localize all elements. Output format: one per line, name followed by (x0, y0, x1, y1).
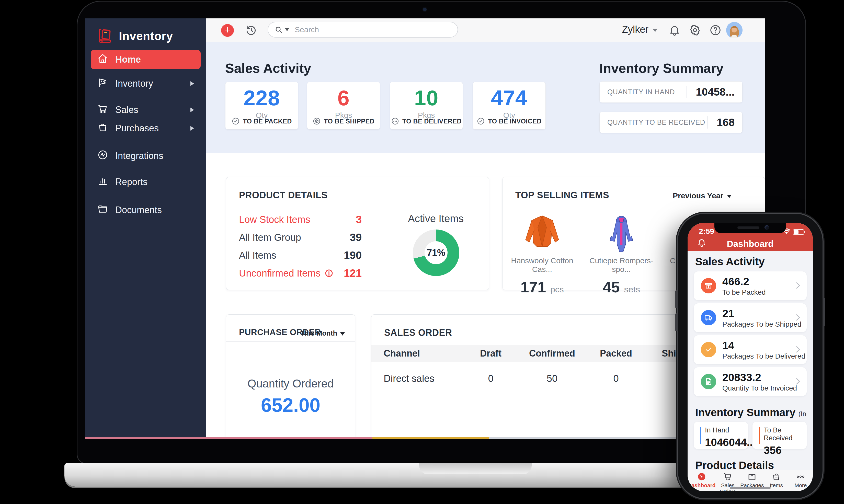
column-header: Confirmed (520, 348, 584, 359)
dashboard-icon (687, 471, 716, 482)
global-search[interactable] (268, 22, 458, 38)
org-name: Zylker (622, 24, 648, 35)
card-title: TOP SELLING ITEMS (515, 190, 609, 201)
check-icon (701, 342, 716, 357)
chevron-right-icon (793, 378, 800, 384)
phone-to-be-packed-card[interactable]: 466.2 To be Packed (694, 271, 807, 300)
desktop-app: Inventory Home Inventory Sales (85, 18, 765, 439)
topbar: + Zylker (206, 18, 765, 42)
help-icon[interactable] (709, 24, 722, 37)
summary-value: 168 (707, 116, 735, 129)
all-items-row[interactable]: All Items 190 (239, 249, 362, 262)
metric-value: 466.2 (722, 275, 749, 288)
sidebar-item-label: Home (115, 54, 141, 65)
battery-icon (793, 229, 804, 235)
quick-create-button[interactable]: + (221, 24, 234, 37)
cell-confirmed: 50 (520, 373, 584, 384)
sidebar-item-label: Inventory (115, 78, 153, 89)
top-item-2[interactable]: Cutiepie Rompers-spo... 45 sets (582, 204, 661, 289)
phone: 2:59 Dashboard Sales Activity 466.2 To b… (678, 214, 823, 498)
to-be-invoiced-card[interactable]: 474 Qty TO BE INVOICED (473, 82, 546, 130)
to-be-packed-card[interactable]: 228 Qty TO BE PACKED (225, 82, 298, 130)
metric-value: 21 (722, 307, 734, 320)
sidebar-item-sales[interactable]: Sales (91, 100, 201, 120)
metric-value: 10 (390, 86, 463, 110)
metric-label: Packages To be Shipped (722, 320, 801, 328)
sidebar-item-label: Purchases (115, 123, 159, 134)
home-indicator[interactable] (730, 487, 771, 489)
app-title: Inventory (119, 29, 173, 43)
clipped-chart-sliver (489, 437, 679, 439)
top-item-1[interactable]: Hanswooly Cotton Cas... 171 pcs (503, 204, 582, 289)
in-hand-card[interactable]: In Hand 1046044... (694, 422, 748, 449)
sidebar-item-inventory[interactable]: Inventory (91, 74, 201, 93)
low-stock-items-row[interactable]: Low Stock Items 3 (239, 213, 362, 226)
all-item-group-row[interactable]: All Item Group 39 (239, 231, 362, 244)
to-be-received-card[interactable]: To Be Received 356 (753, 422, 807, 449)
item-name: Hanswooly Cotton Cas... (503, 256, 582, 274)
bar-chart-icon (97, 176, 108, 188)
sidebar-item-label: Documents (115, 205, 162, 215)
column-header: Packed (584, 348, 648, 359)
volume-down-button (675, 313, 678, 331)
nav-dashboard[interactable]: Dashboard (687, 470, 716, 491)
mini-value: 1046044... (705, 436, 748, 449)
status-time: 2:59 (699, 227, 714, 236)
column-header: Draft (461, 348, 520, 359)
clipped-chart-sliver (85, 437, 373, 439)
item-unit: pcs (550, 285, 564, 294)
notifications-bell-icon[interactable] (668, 24, 681, 37)
phone-to-be-shipped-card[interactable]: 21 Packages To be Shipped (694, 303, 807, 332)
sales-activity-title: Sales Activity (225, 60, 311, 76)
period-filter-dropdown[interactable]: Previous Year (673, 192, 732, 200)
to-be-shipped-card[interactable]: 6 Pkgs TO BE SHIPPED (307, 82, 380, 130)
row-value: 121 (344, 267, 362, 280)
row-value: 3 (356, 213, 362, 226)
summary-label: QUANTITY TO BE RECEIVED (607, 119, 705, 127)
cell-draft: 0 (461, 373, 520, 384)
cell-channel: Direct sales (371, 373, 461, 384)
nav-more[interactable]: More (789, 470, 813, 491)
summary-value: 10458... (686, 86, 735, 98)
search-input[interactable] (295, 25, 438, 34)
avatar[interactable] (726, 22, 742, 38)
period-filter-dropdown[interactable]: This Month (300, 329, 345, 337)
sidebar-item-label: Integrations (115, 150, 163, 161)
phone-to-be-invoiced-card[interactable]: 20833.2 Quantity To be Invoiced (694, 367, 807, 396)
to-be-delivered-card[interactable]: 10 Pkgs TO BE DELIVERED (390, 82, 463, 130)
metric-value: 6 (307, 86, 380, 110)
sidebar-item-purchases[interactable]: Purchases (91, 119, 201, 138)
gear-icon[interactable] (689, 24, 701, 37)
info-icon[interactable] (325, 269, 333, 277)
nav-label: Dashboard (687, 482, 716, 488)
sidebar-item-reports[interactable]: Reports (91, 172, 201, 192)
filter-label: Previous Year (673, 192, 723, 200)
laptop-lid-notch (419, 463, 532, 474)
metric-label: Quantity Ordered (226, 377, 355, 390)
sidebar-item-home[interactable]: Home (91, 50, 201, 69)
inventory-summary-title: Inventory Summary (599, 60, 724, 76)
chevron-down-icon (652, 29, 658, 32)
unconfirmed-items-row[interactable]: Unconfirmed Items 121 (239, 267, 362, 280)
metric-label: Quantity To be Invoiced (722, 384, 797, 392)
check-circle-icon (232, 117, 240, 125)
phone-to-be-delivered-card[interactable]: 14 Packages To be Delivered (694, 335, 807, 364)
clipped-chart-sliver (373, 437, 489, 439)
row-label: All Item Group (239, 232, 301, 243)
quantity-in-hand-box[interactable]: QUANTITY IN HAND 10458... (599, 81, 742, 103)
metric-value: 20833.2 (722, 371, 761, 384)
metric-value: 14 (722, 339, 734, 352)
inventory-dolly-icon (97, 28, 113, 44)
org-switcher[interactable]: Zylker (622, 24, 658, 35)
search-scope-caret-icon[interactable] (285, 29, 289, 31)
phone-sales-activity-title: Sales Activity (695, 256, 765, 268)
invoice-icon (701, 374, 716, 389)
metric-label: TO BE INVOICED (488, 118, 541, 125)
sidebar-item-integrations[interactable]: Integrations (91, 146, 201, 166)
accent-bar (700, 427, 701, 444)
history-icon[interactable] (245, 24, 257, 37)
quantity-to-be-received-box[interactable]: QUANTITY TO BE RECEIVED 168 (599, 112, 742, 133)
speaker-icon (737, 227, 759, 229)
bag-icon (97, 122, 108, 135)
sidebar-item-documents[interactable]: Documents (91, 200, 201, 220)
